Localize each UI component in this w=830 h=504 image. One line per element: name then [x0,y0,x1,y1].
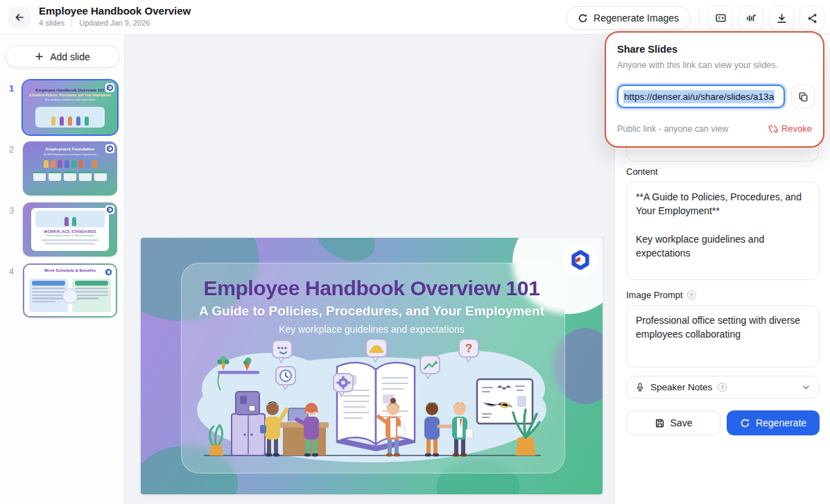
add-slide-button[interactable]: Add slide [6,46,119,67]
add-slide-label: Add slide [50,51,90,62]
slide-thumbnail-1[interactable]: 1 Employee Handbook Overview 101 A Guide… [0,80,125,141]
share-slides-popover: Share Slides Anyone with this link can v… [605,31,824,148]
content-label: Content [626,166,658,177]
thumb-subtitle: Professional Conduct & Job Performance [31,234,109,237]
slide-number: 2 [9,144,14,155]
share-popover-title: Share Slides [617,44,677,55]
slide-number: 1 [9,83,14,94]
slides-sidebar: Add slide 1 Employee Handbook Overview 1… [0,35,125,504]
audio-generate-button[interactable] [738,6,763,31]
share-icon [806,12,818,24]
content-textarea[interactable]: **A Guide to Policies, Procedures, and Y… [626,182,820,280]
image-prompt-textarea[interactable]: Professional office setting with diverse… [626,305,820,367]
title-block: Employee Handbook Overview 4 slides Upda… [39,5,191,27]
regenerate-images-button[interactable]: Regenerate Images [566,6,691,30]
thumb-illustration [35,107,105,128]
slide-list: 1 Employee Handbook Overview 101 A Guide… [0,80,125,324]
svg-text:?: ? [465,342,472,355]
slide-canvas-area: Employee Handbook Overview 101 A Guide t… [125,35,614,504]
slide-illustration: ? [178,339,566,464]
denser-logo-badge [105,144,114,153]
denser-logo [564,245,597,275]
slide-count: 4 slides [39,19,64,27]
unlink-icon [768,124,778,134]
download-icon [776,12,788,24]
revoke-button[interactable]: Revoke [768,123,812,134]
regenerate-button[interactable]: Regenerate [727,410,820,435]
slide-tagline: Key workplace guidelines and expectation… [141,324,603,335]
app-header: Employee Handbook Overview 4 slides Upda… [0,0,830,35]
refresh-icon [740,418,750,428]
slide-thumbnail-2[interactable]: 2 Employment Foundation At-Will Employme… [0,141,125,202]
waveform-sparkle-icon [745,12,757,24]
save-button[interactable]: Save [626,410,720,435]
help-icon: ? [718,383,727,392]
share-link-input[interactable]: https://denser.ai/u/share/slides/a13a [617,85,785,108]
thumb-columns [23,171,117,181]
share-link-value: https://denser.ai/u/share/slides/a13a [623,90,775,103]
save-label: Save [671,417,693,428]
copy-link-button[interactable] [791,85,815,108]
plus-icon [35,52,44,61]
back-button[interactable] [8,6,31,28]
arrow-left-icon [14,12,25,23]
regenerate-images-label: Regenerate Images [594,12,679,24]
thumb-subtitle: A Guide to Policies, Procedures, and You… [23,94,117,97]
header-actions: Regenerate Images [566,6,824,31]
save-icon [655,418,665,428]
share-button[interactable] [799,6,824,31]
thumb-title: Employee Handbook Overview 101 [23,88,117,92]
slide-number: 4 [9,266,14,277]
public-link-label: Public link - anyone can view [617,124,729,134]
regenerate-label: Regenerate [756,417,806,428]
thumb-subtitle: At-Will Employment and Equal Opportunity [23,153,117,156]
meta-divider [71,19,72,27]
slide-thumbnail-3[interactable]: 3 WORKPLACE STANDARDS Professional Condu… [0,202,125,263]
image-prompt-label: Image Prompt ? [626,290,696,300]
header-divider [699,10,700,26]
thumb-title: Work Schedule & Benefits [24,268,116,272]
copy-icon [798,92,809,102]
slide-title: Employee Handbook Overview 101 [141,277,603,300]
thumb-title: WORKPLACE STANDARDS [31,229,109,234]
share-popover-description: Anyone with this link can view your slid… [617,60,778,70]
help-icon: ? [687,290,696,299]
page-title: Employee Handbook Overview [39,5,191,17]
denser-logo-badge [105,205,114,214]
speaker-notes-label: Speaker Notes [650,382,712,392]
denser-logo-badge [104,268,113,277]
slide-preview[interactable]: Employee Handbook Overview 101 A Guide t… [141,238,603,494]
slide-subtitle: A Guide to Policies, Procedures, and You… [141,304,603,319]
thumb-title: Employment Foundation [23,147,117,151]
chevron-down-icon [802,383,811,392]
thumb-illustration [23,160,117,168]
thumb-illustration [62,288,78,304]
updated-date: Updated Jan 9, 2026 [79,19,150,27]
microphone-icon [635,382,645,392]
speaker-notes-toggle[interactable]: Speaker Notes ? [626,376,820,399]
present-button[interactable] [708,6,733,31]
thumb-illustration [35,211,105,227]
revoke-label: Revoke [781,123,812,134]
refresh-icon [578,13,588,24]
thumb-tagline: Key workplace guidelines and expectation… [23,98,117,101]
slide-number: 3 [9,205,14,216]
download-button[interactable] [769,6,794,31]
denser-logo-badge [105,83,114,92]
slide-thumbnail-4[interactable]: 4 Work Schedule & Benefits [0,263,125,324]
presentation-icon [715,12,727,24]
